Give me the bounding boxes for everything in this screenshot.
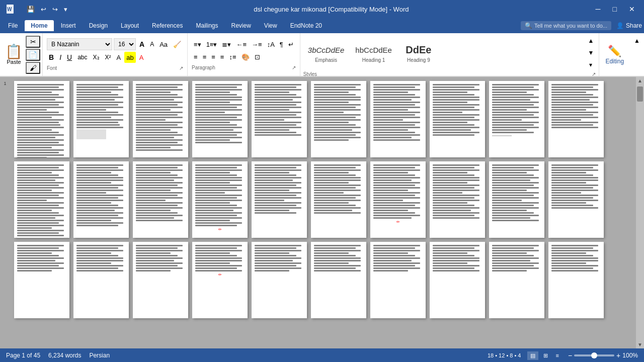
borders-button[interactable]: ⊡ xyxy=(253,51,262,62)
multilevel-button[interactable]: ≣▾ xyxy=(220,39,233,50)
style-heading9[interactable]: DdEe Heading 9 xyxy=(398,42,439,64)
align-left-button[interactable]: ≡ xyxy=(192,51,200,62)
page-thumb-2[interactable] xyxy=(73,81,129,157)
collapse-ribbon-button[interactable]: ▲ xyxy=(632,35,642,46)
page-thumb-18[interactable] xyxy=(430,161,485,238)
undo-button[interactable]: ↩ xyxy=(39,5,48,14)
shading-button[interactable]: 🎨 xyxy=(239,51,252,62)
align-center-button[interactable]: ≡ xyxy=(201,51,209,62)
page-thumb-11[interactable] xyxy=(14,161,69,238)
close-button[interactable]: ✕ xyxy=(624,3,640,15)
shrink-font-button[interactable]: A xyxy=(148,39,156,50)
page-thumb-15[interactable] xyxy=(252,161,307,238)
change-case-button[interactable]: Aa xyxy=(157,39,170,50)
styles-scroll-up-button[interactable]: ▲ xyxy=(586,35,596,46)
customize-qat-button[interactable]: ▾ xyxy=(62,5,69,14)
maximize-button[interactable]: □ xyxy=(608,3,622,15)
page-thumb-13[interactable] xyxy=(133,161,188,238)
justify-button[interactable]: ≡ xyxy=(218,51,226,62)
zoom-out-button[interactable]: − xyxy=(568,351,572,359)
scroll-thumb[interactable] xyxy=(637,86,643,102)
page-thumb-5[interactable] xyxy=(252,81,307,157)
page-thumb-9[interactable] xyxy=(489,81,544,157)
grow-font-button[interactable]: A xyxy=(137,39,146,50)
outline-button[interactable]: ≡ xyxy=(553,351,562,359)
tab-layout[interactable]: Layout xyxy=(115,20,145,31)
tab-view[interactable]: View xyxy=(258,20,283,31)
italic-button[interactable]: I xyxy=(57,52,63,63)
page-thumb-8[interactable] xyxy=(430,81,485,157)
page-thumb-27[interactable] xyxy=(370,242,426,318)
page-thumb-21[interactable] xyxy=(14,242,69,318)
tab-mailings[interactable]: Mailings xyxy=(190,20,224,31)
page-thumb-25[interactable] xyxy=(252,242,307,318)
decrease-indent-button[interactable]: ←≡ xyxy=(234,39,249,50)
page-thumb-24[interactable]: ✏ xyxy=(192,242,248,318)
pages-container[interactable]: ✏ xyxy=(10,77,636,348)
tab-insert[interactable]: Insert xyxy=(55,20,82,31)
styles-scroll-down-button[interactable]: ▼ xyxy=(586,47,596,58)
page-thumb-4[interactable] xyxy=(192,81,248,157)
page-thumb-26[interactable] xyxy=(311,242,366,318)
format-painter-button[interactable]: 🖌 xyxy=(26,62,40,74)
style-emphasis[interactable]: 3bCcDdEe Emphasis xyxy=(303,42,349,64)
page-thumb-22[interactable] xyxy=(73,242,129,318)
page-thumb-19[interactable] xyxy=(489,161,544,238)
scroll-down-button[interactable]: ▼ xyxy=(637,342,642,347)
zoom-slider[interactable] xyxy=(574,354,614,356)
page-thumb-23[interactable] xyxy=(133,242,188,318)
font-size-select[interactable]: 16 xyxy=(114,38,136,50)
style-heading1[interactable]: hbCcDdEe Heading 1 xyxy=(351,42,396,64)
minimize-button[interactable]: ─ xyxy=(591,3,606,15)
tab-file[interactable]: File xyxy=(2,20,24,31)
tab-home[interactable]: Home xyxy=(25,20,53,31)
superscript-button[interactable]: X² xyxy=(103,52,113,63)
styles-more-button[interactable]: ▾ xyxy=(586,59,596,70)
increase-indent-button[interactable]: →≡ xyxy=(250,39,264,50)
align-right-button[interactable]: ≡ xyxy=(209,51,217,62)
clear-formatting-button[interactable]: 🧹 xyxy=(171,39,183,50)
page-thumb-10[interactable] xyxy=(548,81,604,157)
rtl-button[interactable]: ↵ xyxy=(286,39,296,50)
tab-endnote[interactable]: EndNote 20 xyxy=(284,20,328,31)
page-thumb-1[interactable] xyxy=(14,81,69,157)
subscript-button[interactable]: X₂ xyxy=(91,52,102,63)
page-thumb-3[interactable] xyxy=(133,81,188,157)
styles-expand-button[interactable]: ↗ xyxy=(592,71,596,76)
tab-design[interactable]: Design xyxy=(83,20,114,31)
paste-button[interactable]: 📋 Paste xyxy=(2,35,26,74)
page-thumb-7[interactable] xyxy=(370,81,426,157)
redo-button[interactable]: ↪ xyxy=(51,5,59,14)
sort-button[interactable]: ↕A xyxy=(265,39,277,50)
text-effects-button[interactable]: A xyxy=(115,52,123,63)
tab-references[interactable]: References xyxy=(146,20,189,31)
page-thumb-16[interactable] xyxy=(311,161,366,238)
page-thumb-30[interactable] xyxy=(548,242,604,318)
page-thumb-20[interactable] xyxy=(548,161,604,238)
share-button[interactable]: 👤Share xyxy=(616,22,642,29)
cut-button[interactable]: ✂ xyxy=(26,36,40,48)
print-layout-button[interactable]: ▤ xyxy=(527,351,538,360)
copy-button[interactable]: 📄 xyxy=(26,49,40,61)
page-thumb-17[interactable]: ✏ xyxy=(370,161,426,238)
zoom-in-button[interactable]: + xyxy=(616,351,620,359)
bold-button[interactable]: B xyxy=(47,52,56,63)
numbering-button[interactable]: 1≡▾ xyxy=(204,39,219,50)
font-color-button[interactable]: A xyxy=(137,52,146,63)
paragraph-expand-button[interactable]: ↗ xyxy=(292,65,296,70)
tell-me-input[interactable]: Tell me what you want to do... xyxy=(534,23,607,29)
page-thumb-6[interactable] xyxy=(311,81,366,157)
font-name-select[interactable]: B Nazanin xyxy=(47,38,112,50)
highlight-color-button[interactable]: ab xyxy=(124,52,135,63)
font-expand-button[interactable]: ↗ xyxy=(179,65,183,71)
bullets-button[interactable]: ≡▾ xyxy=(192,39,203,50)
underline-button[interactable]: U xyxy=(65,52,74,63)
page-thumb-29[interactable] xyxy=(489,242,544,318)
page-thumb-14[interactable]: ✏ xyxy=(192,161,248,238)
tab-review[interactable]: Review xyxy=(225,20,257,31)
save-button[interactable]: 💾 xyxy=(25,5,36,14)
strikethrough-button[interactable]: abc xyxy=(75,52,89,63)
vertical-scrollbar[interactable]: ▲ ▼ xyxy=(636,77,644,348)
web-layout-button[interactable]: ⊞ xyxy=(540,351,551,360)
show-marks-button[interactable]: ¶ xyxy=(278,39,285,50)
